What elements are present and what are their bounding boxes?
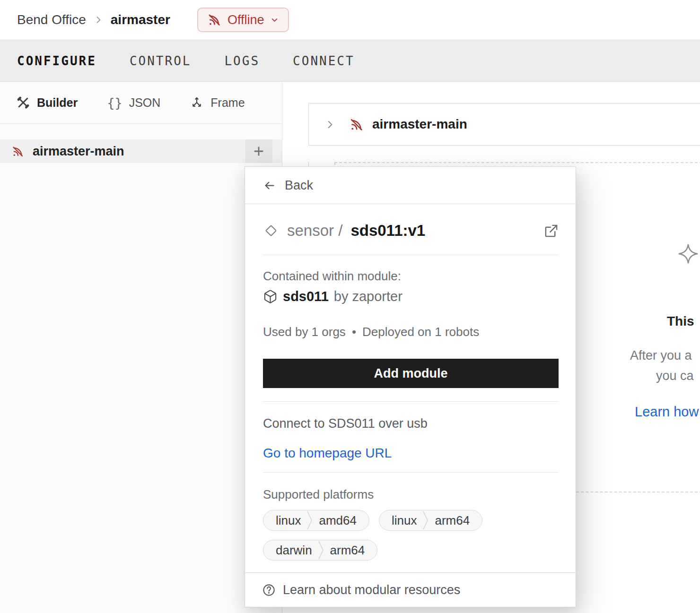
tools-icon — [16, 95, 30, 110]
diamond-icon — [263, 223, 279, 239]
divider — [263, 472, 559, 473]
mode-builder[interactable]: Builder — [16, 95, 78, 110]
platform-pill-linux-amd64: linux amd64 — [263, 510, 369, 531]
supported-platforms-label: Supported platforms — [263, 487, 374, 502]
module-author: by zaporter — [334, 289, 402, 304]
module-row: sds011 by zaporter — [263, 289, 402, 304]
stat-separator-dot: • — [352, 325, 356, 339]
learn-how-link[interactable]: Learn how — [635, 404, 699, 420]
empty-state-description-line1: After you a — [630, 348, 692, 363]
chevron-divider-icon — [306, 510, 313, 531]
wifi-off-icon — [207, 13, 221, 27]
braces-icon: {} — [107, 95, 122, 110]
mode-json-label: JSON — [129, 96, 161, 110]
divider — [263, 255, 559, 255]
tab-logs[interactable]: LOGS — [224, 54, 260, 68]
breadcrumb-org-link[interactable]: Bend Office — [17, 12, 86, 27]
add-module-button[interactable]: Add module — [263, 359, 559, 388]
chevron-right-icon — [324, 119, 335, 130]
mode-frame-label: Frame — [210, 96, 245, 110]
platform-os: linux — [379, 513, 422, 528]
part-card-airmaster-main[interactable]: airmaster-main — [308, 103, 700, 146]
footer-link-label: Learn about modular resources — [283, 583, 460, 597]
mode-builder-label: Builder — [37, 96, 78, 110]
resource-title-row: sensor / sds011:v1 — [263, 217, 559, 244]
status-badge: Offline — [228, 13, 264, 27]
resource-detail-popover: Back sensor / sds011:v1 Contained within… — [245, 166, 576, 607]
platform-arch: amd64 — [313, 513, 369, 528]
platform-arch: arm64 — [429, 513, 482, 528]
frame-axes-icon — [190, 95, 204, 110]
empty-state-heading: This — [667, 314, 694, 329]
add-component-button[interactable] — [245, 139, 272, 163]
platform-os: darwin — [263, 543, 318, 558]
platform-os: linux — [263, 513, 306, 528]
chevron-divider-icon — [422, 510, 429, 531]
module-usage-stats: Used by 1 orgs • Deployed on 1 robots — [263, 325, 479, 339]
module-name: sds011 — [283, 289, 329, 304]
chevron-down-icon — [270, 16, 279, 25]
platform-pill-linux-arm64: linux arm64 — [379, 510, 482, 531]
breadcrumb-machine-name: airmaster — [111, 12, 170, 27]
question-circle-icon — [262, 583, 276, 597]
chevron-divider-icon — [318, 540, 324, 561]
resource-kind: sensor / — [287, 222, 342, 240]
chevron-right-icon — [94, 15, 103, 25]
contained-within-label: Contained within module: — [263, 269, 401, 284]
machine-tab-bar: CONFIGURE CONTROL LOGS CONNECT — [0, 40, 700, 82]
arrow-left-icon — [263, 179, 276, 192]
sparkle-icon — [677, 243, 699, 265]
header-bar: Bend Office airmaster Offline — [0, 0, 700, 40]
platform-pill-list: linux amd64 linux arm64 darwin arm64 — [263, 510, 559, 561]
used-by-stat: Used by 1 orgs — [263, 325, 346, 339]
divider — [308, 162, 309, 166]
part-card-title: airmaster-main — [372, 117, 467, 132]
divider — [263, 401, 559, 402]
homepage-url-link[interactable]: Go to homepage URL — [263, 446, 392, 461]
package-icon — [263, 289, 278, 304]
learn-about-modular-resources-link[interactable]: Learn about modular resources — [245, 572, 576, 607]
tab-configure[interactable]: CONFIGURE — [17, 54, 96, 68]
plus-icon — [252, 145, 265, 158]
back-button[interactable]: Back — [245, 167, 576, 204]
back-label: Back — [285, 178, 313, 193]
module-description: Connect to SDS011 over usb — [263, 416, 428, 431]
resource-model: sds011:v1 — [350, 222, 425, 240]
sidebar-part-name: airmaster-main — [33, 144, 124, 159]
platform-arch: arm64 — [324, 543, 377, 558]
mode-frame[interactable]: Frame — [190, 95, 245, 110]
machine-status-dropdown[interactable]: Offline — [197, 8, 289, 32]
sidebar-mode-bar: Builder {} JSON Frame — [0, 82, 282, 124]
deployed-on-stat: Deployed on 1 robots — [362, 325, 479, 339]
tab-connect[interactable]: CONNECT — [293, 54, 355, 68]
tab-control[interactable]: CONTROL — [130, 54, 192, 68]
mode-json[interactable]: {} JSON — [107, 95, 160, 110]
app-window: Bend Office airmaster Offline CONFIGURE … — [0, 0, 700, 613]
wifi-off-icon — [11, 145, 24, 158]
platform-pill-darwin-arm64: darwin arm64 — [263, 540, 377, 561]
empty-state-description-line2: you ca — [656, 369, 694, 383]
external-link-icon[interactable] — [544, 224, 559, 238]
wifi-off-icon — [349, 117, 364, 132]
sidebar-item-airmaster-main[interactable]: airmaster-main — [0, 139, 282, 163]
config-sidebar: Builder {} JSON Frame — [0, 82, 282, 613]
